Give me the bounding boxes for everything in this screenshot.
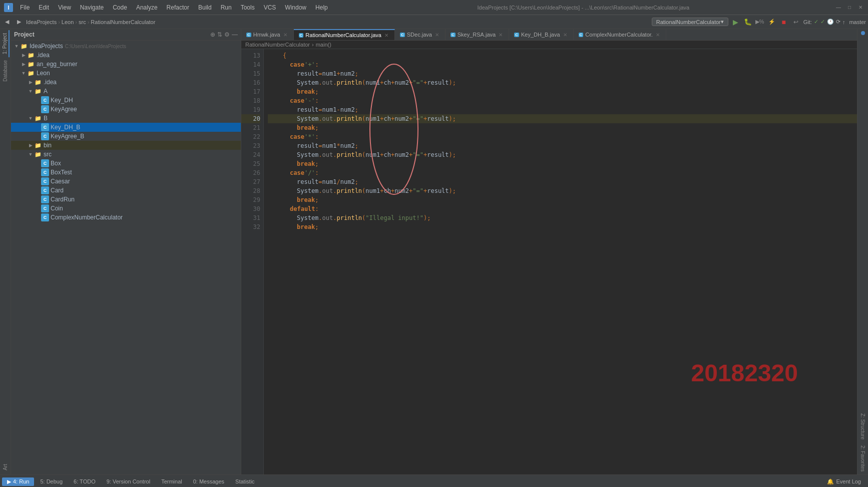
tab-skey[interactable]: C Skey_RSA.java ✕ — [446, 29, 509, 40]
profile-button[interactable]: ⚡ — [766, 17, 777, 28]
tree-src[interactable]: ▼ 📁 src — [11, 150, 241, 159]
tab-icon-skey: C — [451, 33, 456, 37]
debug-button[interactable]: 🐛 — [742, 17, 753, 28]
bottom-tab-vcs[interactable]: 9: Version Control — [102, 477, 155, 485]
menu-analyze[interactable]: Analyze — [132, 3, 162, 12]
menu-build[interactable]: Build — [194, 3, 216, 12]
code-content[interactable]: { case '+': result=num1+num2; System.out… — [264, 49, 868, 474]
sidebar-tab-favorites[interactable]: 2: Favorites — [859, 442, 866, 474]
tree-card[interactable]: C Card — [11, 186, 241, 195]
tab-rationalnumber[interactable]: C RationalNumberCalculator.java ✕ — [294, 29, 395, 40]
git-check1[interactable]: ✓ — [814, 19, 818, 25]
app-logo: I — [4, 3, 13, 12]
git-update[interactable]: ⟳ — [836, 19, 840, 25]
bottom-tab-eventlog[interactable]: 🔔 Event Log — [822, 477, 866, 486]
tree-label-card: Card — [51, 187, 64, 194]
tab-sdec[interactable]: C SDec.java ✕ — [395, 29, 446, 40]
tree-cardrun[interactable]: C CardRun — [11, 195, 241, 204]
breadcrumb-ideaprojects[interactable]: IdeaProjects — [26, 19, 57, 25]
run-config-selector[interactable]: RationalNumberCalculator ▾ — [652, 18, 728, 26]
menu-vcs[interactable]: VCS — [260, 3, 280, 12]
run-button[interactable]: ▶ — [730, 17, 741, 28]
tree-box[interactable]: C Box — [11, 159, 241, 168]
tab-keydhb[interactable]: C Key_DH_B.java ✕ — [509, 29, 573, 40]
bottom-tab-todo[interactable]: 6: TODO — [69, 477, 101, 485]
tree-leon-idea[interactable]: ▶ 📁 .idea — [11, 78, 241, 87]
code-editor[interactable]: 13 14 15 16 17 18 19 20 21 22 23 24 25 2… — [241, 49, 868, 474]
tree-keyagree-b[interactable]: C KeyAgree_B — [11, 132, 241, 141]
menu-file[interactable]: File — [16, 3, 34, 12]
tree-idea[interactable]: ▶ 📁 .idea — [11, 51, 241, 60]
project-settings-icon[interactable]: ⊕ — [210, 31, 215, 38]
code-line-17: break; — [268, 87, 864, 96]
undo-button[interactable]: ↩ — [790, 17, 801, 28]
sidebar-tab-project[interactable]: 1: Project — [1, 30, 10, 57]
code-line-32: break; — [268, 222, 864, 231]
menu-run[interactable]: Run — [217, 3, 236, 12]
tree-boxtest[interactable]: C BoxTest — [11, 168, 241, 177]
tab-complex[interactable]: C ComplexNumberCalculator. ✕ — [574, 29, 666, 40]
git-push[interactable]: ↑ — [842, 19, 845, 25]
git-history[interactable]: 🕐 — [827, 19, 834, 25]
tree-caesar[interactable]: C Caesar — [11, 177, 241, 186]
tab-close-keydhb[interactable]: ✕ — [562, 32, 568, 38]
bottom-tab-terminal[interactable]: Terminal — [156, 477, 187, 485]
tab-label-complex: ComplexNumberCalculator. — [585, 32, 653, 38]
tree-label-B: B — [44, 115, 48, 122]
bottom-tab-debug[interactable]: 5: Debug — [35, 477, 68, 485]
menu-code[interactable]: Code — [109, 3, 131, 12]
tree-label-key-dh: Key_DH — [51, 97, 73, 104]
tree-key-dh[interactable]: C Key_DH — [11, 96, 241, 105]
tree-complexnumbercalculator[interactable]: C ComplexNumberCalculator — [11, 213, 241, 222]
project-sync-icon[interactable]: ⇅ — [217, 31, 222, 38]
menu-view[interactable]: View — [54, 3, 75, 12]
breadcrumb-main[interactable]: main() — [316, 42, 331, 48]
tree-B[interactable]: ▼ 📁 B — [11, 114, 241, 123]
tree-egg[interactable]: ▶ 📁 an_egg_burner — [11, 60, 241, 69]
close-button[interactable]: ✕ — [857, 4, 864, 11]
tree-keyagree[interactable]: C KeyAgree — [11, 105, 241, 114]
tree-bin[interactable]: ▶ 📁 bin — [11, 141, 241, 150]
breadcrumb-rationalnumber[interactable]: RationalNumberCalculator — [245, 42, 310, 48]
file-icon-caesar: C — [41, 177, 49, 185]
bottom-tab-statistic[interactable]: Statistic — [230, 477, 260, 485]
project-gear-icon[interactable]: ⚙ — [224, 31, 230, 38]
coverage-button[interactable]: ▶% — [754, 17, 765, 28]
tree-leon[interactable]: ▼ 📁 Leon — [11, 69, 241, 78]
menu-edit[interactable]: Edit — [35, 3, 53, 12]
maximize-button[interactable]: □ — [846, 4, 853, 11]
breadcrumb-file[interactable]: RationalNumberCalculator — [91, 19, 155, 25]
menu-navigate[interactable]: Navigate — [76, 3, 108, 12]
menu-window[interactable]: Window — [281, 3, 310, 12]
sidebar-tab-database[interactable]: Database — [2, 57, 9, 85]
bottom-tab-messages[interactable]: 0: Messages — [188, 477, 229, 485]
menu-help[interactable]: Help — [311, 3, 332, 12]
back-button[interactable]: ◀ — [2, 18, 12, 26]
tab-close-complex[interactable]: ✕ — [655, 32, 661, 38]
folder-icon-leon: 📁 — [27, 69, 35, 77]
tree-coin[interactable]: C Coin — [11, 204, 241, 213]
project-minimize-icon[interactable]: — — [232, 31, 238, 38]
tab-close-sdec[interactable]: ✕ — [434, 32, 440, 38]
tab-close-hmwk[interactable]: ✕ — [282, 32, 288, 38]
tab-close-skey[interactable]: ✕ — [498, 32, 504, 38]
minimize-button[interactable]: — — [835, 4, 842, 11]
menu-tools[interactable]: Tools — [237, 3, 259, 12]
breadcrumb-leon[interactable]: Leon — [62, 19, 74, 25]
tab-hmwk[interactable]: C Hmwk.java ✕ — [241, 29, 294, 40]
git-check2[interactable]: ✓ — [820, 19, 825, 25]
bottom-tab-run[interactable]: ▶ 4: Run — [2, 477, 34, 486]
tree-key-dh-b[interactable]: C Key_DH_B — [11, 123, 241, 132]
tab-close-rationalnumber[interactable]: ✕ — [383, 33, 389, 38]
menu-refactor[interactable]: Refactor — [163, 3, 193, 12]
tree-label-leon-idea: .idea — [44, 79, 57, 86]
tab-label-skey: Skey_RSA.java — [458, 32, 496, 38]
forward-button[interactable]: ▶ — [14, 18, 24, 26]
sidebar-tab-zstructure[interactable]: Z: Structure — [859, 410, 866, 442]
breadcrumb-src[interactable]: src — [79, 19, 86, 25]
tree-root[interactable]: ▼ 📁 IdeaProjects C:\Users\Leon\IdeaProje… — [11, 42, 241, 51]
stop-button[interactable]: ■ — [778, 17, 789, 28]
sidebar-tab-art[interactable]: Art — [2, 461, 9, 473]
tree-A[interactable]: ▼ 📁 A — [11, 87, 241, 96]
tab-icon-keydhb: C — [514, 33, 519, 37]
